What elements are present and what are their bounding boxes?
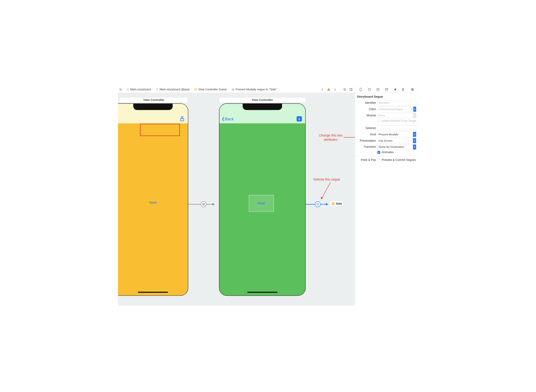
storyboard-file-icon xyxy=(126,88,130,91)
view-controller-right[interactable]: Back Next xyxy=(219,103,306,296)
breadcrumb-item[interactable]: View Controller Scene xyxy=(198,88,227,91)
scene-title[interactable]: View Controller xyxy=(120,98,188,102)
annotation-bottom: Selecte this segue xyxy=(311,177,342,182)
module-label: Module xyxy=(355,114,376,117)
segue-icon xyxy=(231,88,235,91)
selector-input[interactable] xyxy=(377,126,416,131)
svg-rect-22 xyxy=(317,204,319,205)
transition-label: Transition xyxy=(355,145,376,149)
history-inspector-tab[interactable] xyxy=(367,87,372,92)
chevron-right-icon: 〉 xyxy=(122,88,125,92)
svg-rect-20 xyxy=(203,204,204,205)
svg-point-23 xyxy=(333,203,334,204)
device-notch xyxy=(243,104,282,110)
prev-button[interactable] xyxy=(320,87,325,92)
adjust-editor-button[interactable] xyxy=(349,87,353,92)
file-inspector-tab[interactable] xyxy=(359,87,363,92)
svg-point-8 xyxy=(232,88,234,90)
chevron-right-icon: 〉 xyxy=(190,88,193,92)
share-icon[interactable] xyxy=(180,116,185,122)
presentation-select[interactable]: Full Screen xyxy=(377,138,416,143)
scene-icon xyxy=(194,88,198,91)
svg-rect-4 xyxy=(157,89,158,89)
attributes-inspector-tab[interactable] xyxy=(393,87,397,92)
warning-icon[interactable] xyxy=(326,87,331,92)
animates-checkbox[interactable]: Animates xyxy=(377,151,416,154)
peek-pop-label: Peek & Pop xyxy=(355,158,376,162)
download-icon[interactable] xyxy=(297,116,302,121)
connections-inspector-tab[interactable] xyxy=(410,87,415,92)
breadcrumb[interactable]: ls 〉 Main.storyboard 〉 Main.storyboard (… xyxy=(118,86,355,93)
inspector-section-title: Storyboard Segue xyxy=(355,94,418,100)
device-notch xyxy=(133,104,172,110)
next-button-label: Next xyxy=(258,201,265,205)
next-button-label[interactable]: Next xyxy=(149,201,157,205)
svg-rect-11 xyxy=(329,90,329,90)
module-select[interactable]: None xyxy=(377,113,416,118)
svg-rect-29 xyxy=(385,89,388,90)
class-label: Class xyxy=(355,107,376,111)
view-controller-left[interactable]: Next xyxy=(118,103,188,296)
breadcrumb-item[interactable]: ls xyxy=(120,88,122,91)
svg-rect-19 xyxy=(203,203,205,205)
svg-rect-5 xyxy=(157,89,158,90)
chevron-right-icon: 〉 xyxy=(228,88,230,92)
breadcrumb-item[interactable]: Main.storyboard xyxy=(130,88,151,91)
identity-inspector-tab[interactable] xyxy=(384,87,389,92)
svg-rect-6 xyxy=(195,89,197,90)
kind-select[interactable]: Present Modally xyxy=(377,132,416,137)
chevron-right-icon: 〉 xyxy=(152,88,154,92)
help-inspector-tab[interactable] xyxy=(376,87,380,92)
side-label: Side xyxy=(336,202,342,205)
svg-rect-10 xyxy=(329,89,329,90)
svg-line-25 xyxy=(321,182,330,199)
inspector-panel: Storyboard Segue Identifier Class Module… xyxy=(355,86,418,306)
svg-rect-1 xyxy=(127,89,128,89)
peek-pop-checkbox[interactable]: Preview & Commit Segues xyxy=(377,158,416,162)
breadcrumb-item[interactable]: Main.storyboard (Base) xyxy=(160,88,190,91)
segue-node-show[interactable] xyxy=(201,201,206,207)
breadcrumb-item[interactable]: Present Modally segue to "Side" xyxy=(235,88,277,91)
class-clear-icon[interactable] xyxy=(410,107,413,112)
transition-select[interactable]: Same As Destination xyxy=(377,144,416,149)
outline-toggle-button[interactable] xyxy=(342,87,347,92)
kind-label: Kind xyxy=(355,133,376,136)
home-indicator xyxy=(247,292,278,293)
svg-rect-9 xyxy=(233,89,234,90)
size-inspector-tab[interactable] xyxy=(402,87,406,92)
back-button[interactable]: Back xyxy=(222,117,234,121)
storyboard-file-icon xyxy=(155,88,159,91)
identifier-label: Identifier xyxy=(355,101,376,105)
scene-title[interactable]: View Controller xyxy=(219,98,306,102)
svg-rect-2 xyxy=(127,89,128,90)
home-indicator xyxy=(138,292,168,293)
identifier-input[interactable] xyxy=(377,100,416,105)
presentation-label: Presentation xyxy=(355,139,376,142)
svg-point-28 xyxy=(378,90,378,90)
container-view[interactable]: Next xyxy=(249,195,274,212)
annotation-top: Change this two attributes xyxy=(316,134,345,142)
class-dropdown-button[interactable] xyxy=(413,107,416,112)
inspector-tabs xyxy=(355,86,418,93)
selector-label: Selector xyxy=(355,126,376,130)
back-label: Back xyxy=(225,117,234,121)
next-button[interactable] xyxy=(333,87,337,92)
storyboard-canvas[interactable]: View Controller View Controller Next Bac… xyxy=(118,93,355,306)
class-input[interactable] xyxy=(377,107,410,112)
svg-rect-15 xyxy=(349,88,352,91)
inherit-module-checkbox: Inherit Module From Target xyxy=(377,119,416,123)
